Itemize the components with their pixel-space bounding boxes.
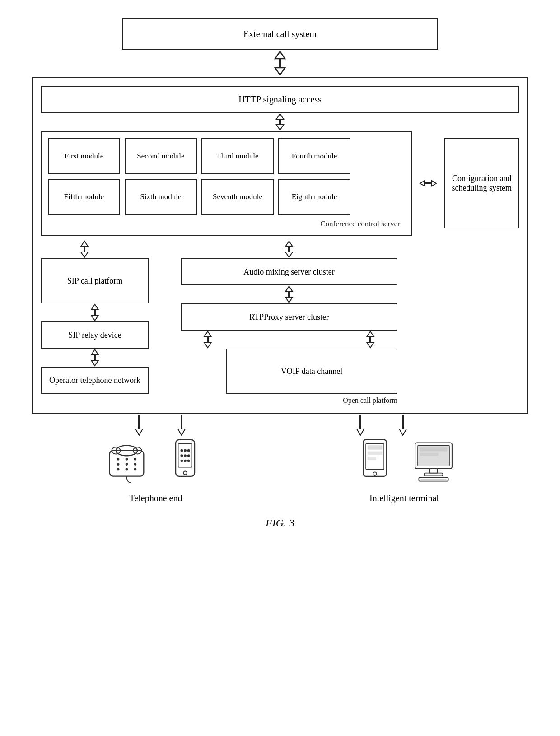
svg-rect-72 [425, 473, 443, 476]
svg-point-65 [373, 472, 377, 475]
arrow-external-to-http [269, 50, 291, 77]
config-system-label: Configuration and scheduling system [450, 174, 514, 193]
svg-point-58 [184, 454, 187, 457]
bottom-devices-section: Telephone end [32, 436, 528, 503]
svg-point-55 [184, 449, 187, 452]
svg-point-45 [117, 463, 119, 466]
svg-point-48 [117, 468, 119, 470]
svg-marker-11 [81, 252, 88, 257]
seventh-module-label: Seventh module [213, 192, 262, 201]
svg-point-47 [134, 463, 136, 466]
arrow-to-mobile [174, 414, 189, 436]
first-module-box: First module [48, 138, 120, 174]
arrow-to-computer [395, 414, 411, 436]
svg-point-46 [125, 463, 128, 466]
sixth-module-box: Sixth module [125, 179, 197, 215]
arrow-rtp-to-siprelay [181, 331, 235, 349]
open-call-platform-label: Open call platform [343, 396, 397, 405]
second-module-box: Second module [125, 138, 197, 174]
telephone-icons [106, 436, 205, 486]
seventh-module-box: Seventh module [201, 179, 274, 215]
svg-marker-16 [91, 349, 98, 355]
svg-rect-76 [420, 452, 439, 456]
telephone-arrows [131, 414, 189, 436]
conference-config-wrapper: First module Second module Third module … [41, 131, 519, 236]
svg-marker-19 [285, 241, 293, 247]
svg-point-43 [125, 457, 128, 460]
first-module-label: First module [65, 152, 103, 161]
voip-row: VOIP data channel [181, 349, 397, 394]
svg-point-50 [134, 468, 136, 470]
landline-phone-icon [106, 436, 147, 486]
left-column: SIP call platform SIP relay device [41, 240, 172, 405]
sip-relay-label: SIP relay device [68, 331, 121, 340]
open-call-platform-label-wrapper: Open call platform [181, 396, 397, 405]
mobile-phone-icon [165, 436, 205, 486]
intelligent-terminal-label: Intelligent terminal [369, 493, 439, 503]
svg-point-56 [187, 449, 190, 452]
config-system-box: Configuration and scheduling system [444, 138, 519, 228]
svg-marker-5 [276, 125, 284, 130]
rtpproxy-arrows-row [181, 331, 397, 349]
svg-marker-7 [420, 181, 425, 186]
http-signaling-box: HTTP signaling access [41, 86, 519, 113]
telephone-end-label: Telephone end [130, 493, 182, 503]
svg-marker-37 [399, 429, 406, 435]
svg-marker-17 [91, 360, 98, 366]
arrow-to-tablet [353, 414, 368, 436]
intelligent-arrows [353, 414, 411, 436]
bottom-arrows-row [32, 414, 528, 436]
svg-rect-73 [419, 477, 448, 481]
lower-section: SIP call platform SIP relay device [41, 240, 519, 405]
arrow-conf-to-audio [181, 240, 397, 258]
eighth-module-label: Eighth module [292, 192, 337, 201]
intelligent-icons [355, 436, 454, 486]
conference-server-label: Conference control server [320, 219, 400, 228]
svg-point-42 [117, 457, 119, 460]
operator-label: Operator telephone network [49, 376, 140, 385]
modules-row-1: First module Second module Third module … [48, 138, 405, 174]
svg-marker-2 [275, 68, 285, 75]
audio-mixing-box: Audio mixing server cluster [181, 258, 397, 285]
sixth-module-label: Sixth module [140, 192, 181, 201]
tablet-icon [355, 436, 395, 486]
arrow-to-phone [131, 414, 147, 436]
fifth-module-box: Fifth module [48, 179, 120, 215]
arrow-audio-to-rtp [181, 285, 397, 303]
svg-marker-31 [135, 429, 143, 435]
svg-point-53 [183, 471, 187, 475]
figure-label: FIG. 3 [266, 517, 294, 529]
double-arrow-svg [269, 50, 291, 77]
third-module-box: Third module [201, 138, 274, 174]
rtpproxy-label: RTPProxy server cluster [249, 312, 329, 322]
svg-point-54 [181, 449, 183, 452]
svg-marker-35 [357, 429, 364, 435]
external-call-label: External call system [243, 29, 317, 39]
third-module-label: Third module [216, 152, 258, 161]
arrow-http-to-conference [41, 113, 519, 131]
svg-marker-23 [285, 297, 293, 303]
second-module-label: Second module [137, 152, 184, 161]
dbl-arr-down-sip [77, 240, 92, 258]
svg-point-61 [184, 459, 187, 462]
main-outer-container: HTTP signaling access First module Se [32, 77, 528, 414]
modules-row-2: Fifth module Sixth module Seventh module… [48, 179, 405, 215]
svg-marker-33 [178, 429, 185, 435]
fourth-module-box: Fourth module [278, 138, 350, 174]
diagram: External call system HTTP signaling acce… [32, 18, 528, 529]
arrow-conference-to-config [419, 177, 437, 190]
right-column: Audio mixing server cluster RTPProxy ser… [181, 240, 519, 405]
svg-marker-13 [91, 304, 98, 310]
intelligent-terminal-group: Intelligent terminal [355, 436, 454, 503]
voip-box: VOIP data channel [226, 349, 397, 394]
rtpproxy-box: RTPProxy server cluster [181, 303, 397, 331]
svg-marker-8 [432, 181, 436, 186]
svg-marker-28 [367, 331, 374, 337]
svg-point-57 [181, 454, 183, 457]
external-call-box: External call system [122, 18, 438, 50]
voip-label: VOIP data channel [281, 367, 342, 376]
svg-rect-68 [368, 457, 376, 460]
svg-rect-67 [368, 451, 382, 455]
http-signaling-label: HTTP signaling access [238, 94, 322, 105]
arrow-relay-to-operator [41, 349, 149, 367]
